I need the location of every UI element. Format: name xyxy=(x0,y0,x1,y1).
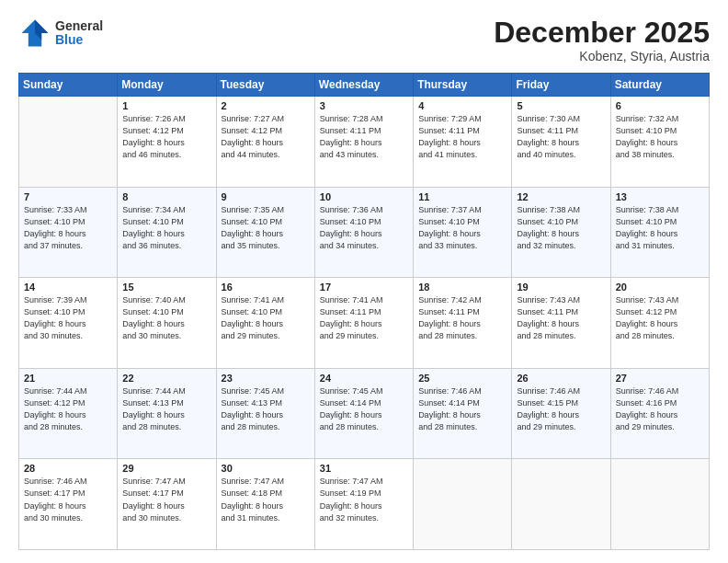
calendar-cell: 25Sunrise: 7:46 AM Sunset: 4:14 PM Dayli… xyxy=(414,368,512,459)
day-info: Sunrise: 7:46 AM Sunset: 4:16 PM Dayligh… xyxy=(616,385,704,433)
day-info: Sunrise: 7:36 AM Sunset: 4:10 PM Dayligh… xyxy=(320,204,408,252)
calendar-cell: 29Sunrise: 7:47 AM Sunset: 4:17 PM Dayli… xyxy=(118,459,216,550)
day-of-week-friday: Friday xyxy=(512,74,610,97)
day-number: 13 xyxy=(616,191,704,202)
day-number: 28 xyxy=(24,463,112,474)
calendar-cell: 20Sunrise: 7:43 AM Sunset: 4:12 PM Dayli… xyxy=(610,278,709,369)
day-of-week-sunday: Sunday xyxy=(19,74,118,97)
calendar-cell: 8Sunrise: 7:34 AM Sunset: 4:10 PM Daylig… xyxy=(118,187,216,278)
day-info: Sunrise: 7:45 AM Sunset: 4:14 PM Dayligh… xyxy=(320,385,408,433)
day-of-week-saturday: Saturday xyxy=(610,74,709,97)
calendar-cell: 11Sunrise: 7:37 AM Sunset: 4:10 PM Dayli… xyxy=(414,187,512,278)
day-number: 5 xyxy=(517,100,605,111)
day-number: 11 xyxy=(418,191,506,202)
day-info: Sunrise: 7:28 AM Sunset: 4:11 PM Dayligh… xyxy=(320,113,408,161)
day-of-week-monday: Monday xyxy=(118,74,216,97)
calendar-cell: 23Sunrise: 7:45 AM Sunset: 4:13 PM Dayli… xyxy=(216,368,314,459)
calendar-week-2: 7Sunrise: 7:33 AM Sunset: 4:10 PM Daylig… xyxy=(19,187,710,278)
logo-text: General Blue xyxy=(55,19,103,48)
day-number: 1 xyxy=(122,100,210,111)
day-info: Sunrise: 7:27 AM Sunset: 4:12 PM Dayligh… xyxy=(222,113,310,161)
calendar-cell xyxy=(512,459,610,550)
day-number: 25 xyxy=(418,373,506,384)
calendar-cell: 14Sunrise: 7:39 AM Sunset: 4:10 PM Dayli… xyxy=(19,278,118,369)
calendar-cell: 6Sunrise: 7:32 AM Sunset: 4:10 PM Daylig… xyxy=(610,97,709,188)
calendar-week-4: 21Sunrise: 7:44 AM Sunset: 4:12 PM Dayli… xyxy=(19,368,710,459)
calendar-cell: 30Sunrise: 7:47 AM Sunset: 4:18 PM Dayli… xyxy=(216,459,314,550)
day-number: 23 xyxy=(222,373,310,384)
calendar-cell: 24Sunrise: 7:45 AM Sunset: 4:14 PM Dayli… xyxy=(314,368,413,459)
day-of-week-tuesday: Tuesday xyxy=(216,74,314,97)
logo-blue: Blue xyxy=(55,33,103,47)
day-number: 9 xyxy=(222,191,310,202)
calendar-table: SundayMondayTuesdayWednesdayThursdayFrid… xyxy=(18,73,710,550)
logo-icon xyxy=(18,17,51,50)
calendar-cell: 19Sunrise: 7:43 AM Sunset: 4:11 PM Dayli… xyxy=(512,278,610,369)
calendar-cell: 28Sunrise: 7:46 AM Sunset: 4:17 PM Dayli… xyxy=(19,459,118,550)
day-info: Sunrise: 7:30 AM Sunset: 4:11 PM Dayligh… xyxy=(517,113,605,161)
calendar-week-3: 14Sunrise: 7:39 AM Sunset: 4:10 PM Dayli… xyxy=(19,278,710,369)
calendar-cell xyxy=(414,459,512,550)
day-number: 10 xyxy=(320,191,408,202)
day-info: Sunrise: 7:38 AM Sunset: 4:10 PM Dayligh… xyxy=(517,204,605,252)
header: General Blue December 2025 Kobenz, Styri… xyxy=(18,17,710,63)
day-info: Sunrise: 7:44 AM Sunset: 4:12 PM Dayligh… xyxy=(24,385,112,433)
calendar-cell: 15Sunrise: 7:40 AM Sunset: 4:10 PM Dayli… xyxy=(118,278,216,369)
day-number: 29 xyxy=(122,463,210,474)
day-info: Sunrise: 7:47 AM Sunset: 4:17 PM Dayligh… xyxy=(122,476,210,523)
day-number: 17 xyxy=(320,282,408,293)
day-number: 12 xyxy=(517,191,605,202)
day-number: 6 xyxy=(616,100,704,111)
calendar-week-1: 1Sunrise: 7:26 AM Sunset: 4:12 PM Daylig… xyxy=(19,97,710,188)
day-number: 16 xyxy=(222,282,310,293)
day-info: Sunrise: 7:41 AM Sunset: 4:10 PM Dayligh… xyxy=(222,294,310,342)
calendar-cell: 12Sunrise: 7:38 AM Sunset: 4:10 PM Dayli… xyxy=(512,187,610,278)
day-number: 14 xyxy=(24,282,112,293)
day-number: 31 xyxy=(320,463,408,474)
day-info: Sunrise: 7:47 AM Sunset: 4:18 PM Dayligh… xyxy=(222,476,310,523)
calendar-cell: 5Sunrise: 7:30 AM Sunset: 4:11 PM Daylig… xyxy=(512,97,610,188)
day-info: Sunrise: 7:40 AM Sunset: 4:10 PM Dayligh… xyxy=(122,294,210,342)
day-info: Sunrise: 7:26 AM Sunset: 4:12 PM Dayligh… xyxy=(122,113,210,161)
day-info: Sunrise: 7:46 AM Sunset: 4:17 PM Dayligh… xyxy=(24,476,112,523)
day-info: Sunrise: 7:45 AM Sunset: 4:13 PM Dayligh… xyxy=(222,385,310,433)
day-number: 20 xyxy=(616,282,704,293)
day-number: 22 xyxy=(122,373,210,384)
calendar-cell: 9Sunrise: 7:35 AM Sunset: 4:10 PM Daylig… xyxy=(216,187,314,278)
calendar-cell: 18Sunrise: 7:42 AM Sunset: 4:11 PM Dayli… xyxy=(414,278,512,369)
day-number: 15 xyxy=(122,282,210,293)
day-info: Sunrise: 7:46 AM Sunset: 4:15 PM Dayligh… xyxy=(517,385,605,433)
day-info: Sunrise: 7:41 AM Sunset: 4:11 PM Dayligh… xyxy=(320,294,408,342)
day-of-week-wednesday: Wednesday xyxy=(314,74,413,97)
page: General Blue December 2025 Kobenz, Styri… xyxy=(0,0,728,563)
calendar-cell: 17Sunrise: 7:41 AM Sunset: 4:11 PM Dayli… xyxy=(314,278,413,369)
day-info: Sunrise: 7:43 AM Sunset: 4:12 PM Dayligh… xyxy=(616,294,704,342)
day-info: Sunrise: 7:37 AM Sunset: 4:10 PM Dayligh… xyxy=(418,204,506,252)
day-number: 8 xyxy=(122,191,210,202)
calendar-cell: 10Sunrise: 7:36 AM Sunset: 4:10 PM Dayli… xyxy=(314,187,413,278)
day-number: 2 xyxy=(222,100,310,111)
day-number: 30 xyxy=(222,463,310,474)
calendar-cell: 31Sunrise: 7:47 AM Sunset: 4:19 PM Dayli… xyxy=(314,459,413,550)
calendar-cell: 26Sunrise: 7:46 AM Sunset: 4:15 PM Dayli… xyxy=(512,368,610,459)
day-info: Sunrise: 7:46 AM Sunset: 4:14 PM Dayligh… xyxy=(418,385,506,433)
day-info: Sunrise: 7:43 AM Sunset: 4:11 PM Dayligh… xyxy=(517,294,605,342)
day-of-week-thursday: Thursday xyxy=(414,74,512,97)
day-info: Sunrise: 7:47 AM Sunset: 4:19 PM Dayligh… xyxy=(320,476,408,523)
day-info: Sunrise: 7:42 AM Sunset: 4:11 PM Dayligh… xyxy=(418,294,506,342)
day-info: Sunrise: 7:33 AM Sunset: 4:10 PM Dayligh… xyxy=(24,204,112,252)
calendar-cell: 4Sunrise: 7:29 AM Sunset: 4:11 PM Daylig… xyxy=(414,97,512,188)
calendar-cell: 7Sunrise: 7:33 AM Sunset: 4:10 PM Daylig… xyxy=(19,187,118,278)
day-number: 24 xyxy=(320,373,408,384)
day-info: Sunrise: 7:44 AM Sunset: 4:13 PM Dayligh… xyxy=(122,385,210,433)
location: Kobenz, Styria, Austria xyxy=(494,49,710,63)
day-number: 18 xyxy=(418,282,506,293)
day-info: Sunrise: 7:39 AM Sunset: 4:10 PM Dayligh… xyxy=(24,294,112,342)
day-number: 26 xyxy=(517,373,605,384)
calendar-cell: 16Sunrise: 7:41 AM Sunset: 4:10 PM Dayli… xyxy=(216,278,314,369)
logo: General Blue xyxy=(18,17,103,50)
calendar-cell: 1Sunrise: 7:26 AM Sunset: 4:12 PM Daylig… xyxy=(118,97,216,188)
title-block: December 2025 Kobenz, Styria, Austria xyxy=(494,17,710,63)
day-info: Sunrise: 7:35 AM Sunset: 4:10 PM Dayligh… xyxy=(222,204,310,252)
day-number: 3 xyxy=(320,100,408,111)
